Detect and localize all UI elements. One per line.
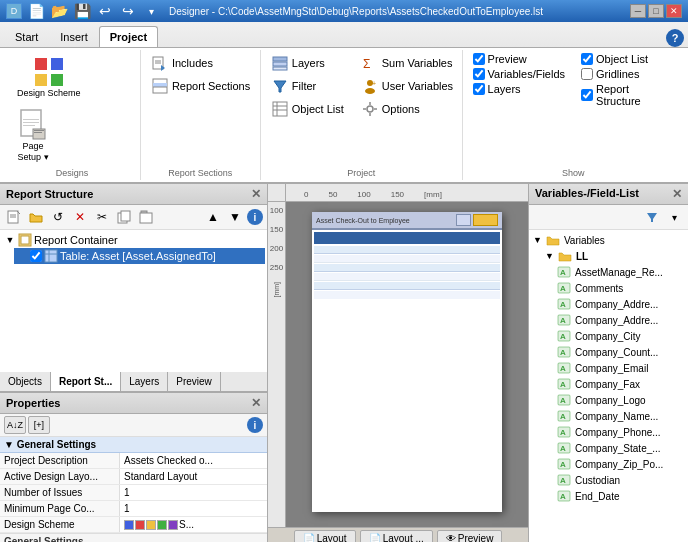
report-header-right bbox=[456, 214, 498, 226]
variables-check-label: Variables/Fields bbox=[488, 68, 565, 80]
variables-root-item[interactable]: ▼ Variables bbox=[531, 232, 686, 248]
rs-copy-btn[interactable] bbox=[114, 207, 134, 227]
tab-layers[interactable]: Layers bbox=[121, 372, 168, 391]
canvas-content[interactable]: Asset Check-Out to Employee bbox=[286, 202, 528, 527]
rs-cut-btn[interactable]: ✂ bbox=[92, 207, 112, 227]
tab-report-st[interactable]: Report St... bbox=[51, 372, 121, 391]
var-item-13[interactable]: A Custodian bbox=[555, 472, 686, 488]
rs-new-btn[interactable] bbox=[4, 207, 24, 227]
variables-toolbar: ▾ bbox=[529, 205, 688, 230]
rs-folder-btn[interactable] bbox=[26, 207, 46, 227]
undo-btn[interactable]: ↩ bbox=[95, 1, 115, 21]
var-item-8[interactable]: A Company_Logo bbox=[555, 392, 686, 408]
tree-expand-icon[interactable]: ▼ bbox=[4, 234, 16, 246]
user-variables-btn[interactable]: + User Variables bbox=[357, 75, 458, 97]
tab-objects[interactable]: Objects bbox=[0, 372, 51, 391]
dropdown-btn[interactable]: ▾ bbox=[141, 1, 161, 21]
ribbon-group-project: Layers Filter Object List bbox=[261, 50, 463, 180]
vars-filter-icon[interactable] bbox=[642, 207, 662, 227]
tree-item-table[interactable]: Table: Asset [Asset.AssignedTo] bbox=[14, 248, 265, 264]
layers-check-label: Layers bbox=[488, 83, 521, 95]
svg-text:A: A bbox=[560, 492, 566, 501]
rs-up-btn[interactable]: ▲ bbox=[203, 207, 223, 227]
object-list-btn[interactable]: Object List bbox=[267, 98, 349, 120]
ruler-top-row: 0 50 100 150 [mm] bbox=[268, 184, 528, 202]
var-item-2[interactable]: A Company_Addre... bbox=[555, 296, 686, 312]
min-page-value[interactable]: 1 bbox=[120, 501, 267, 516]
variables-list-close[interactable]: ✕ bbox=[672, 187, 682, 201]
active-design-value[interactable]: Standard Layout bbox=[120, 469, 267, 484]
variables-tree[interactable]: ▼ Variables ▼ LL A AssetManage_Re... bbox=[529, 230, 688, 542]
save-btn[interactable]: 💾 bbox=[72, 1, 92, 21]
redo-btn[interactable]: ↪ bbox=[118, 1, 138, 21]
var-item-4[interactable]: A Company_City bbox=[555, 328, 686, 344]
layout-tab-btn[interactable]: 📄 Layout bbox=[294, 530, 356, 542]
var-item-10[interactable]: A Company_Phone... bbox=[555, 424, 686, 440]
rs-down-btn[interactable]: ▼ bbox=[225, 207, 245, 227]
report-structure-check-label: Report Structure bbox=[596, 83, 674, 107]
var-item-11[interactable]: A Company_State_... bbox=[555, 440, 686, 456]
sum-variables-btn[interactable]: Σ Sum Variables bbox=[357, 52, 458, 74]
var-item-12[interactable]: A Company_Zip_Po... bbox=[555, 456, 686, 472]
number-of-issues-value[interactable]: 1 bbox=[120, 485, 267, 500]
layout-tab-label: Layout bbox=[317, 533, 347, 542]
page-setup-btn[interactable]: PageSetup ▾ bbox=[10, 105, 56, 167]
report-sections-btn[interactable]: Report Sections bbox=[147, 75, 254, 97]
object-list-checkbox[interactable] bbox=[581, 53, 593, 65]
var-item-1[interactable]: A Comments bbox=[555, 280, 686, 296]
var-item-7[interactable]: A Company_Fax bbox=[555, 376, 686, 392]
design-scheme-prop-value[interactable]: S... bbox=[120, 517, 267, 532]
preview-checkbox[interactable] bbox=[473, 53, 485, 65]
tab-project[interactable]: Project bbox=[99, 26, 158, 47]
var-label-1: Comments bbox=[575, 283, 623, 294]
tab-start[interactable]: Start bbox=[4, 26, 49, 47]
vars-dropdown-btn[interactable]: ▾ bbox=[664, 207, 684, 227]
var-item-6[interactable]: A Company_Email bbox=[555, 360, 686, 376]
options-btn[interactable]: Options bbox=[357, 98, 458, 120]
tab-insert[interactable]: Insert bbox=[49, 26, 99, 47]
gridlines-checkbox[interactable] bbox=[581, 68, 593, 80]
report-structure-close[interactable]: ✕ bbox=[251, 187, 261, 201]
ll-group-item[interactable]: ▼ LL bbox=[543, 248, 686, 264]
layers-checkbox[interactable] bbox=[473, 83, 485, 95]
rs-delete-btn[interactable]: ✕ bbox=[70, 207, 90, 227]
ruler-left-200: 200 bbox=[270, 244, 283, 253]
open-btn[interactable]: 📂 bbox=[49, 1, 69, 21]
new-btn[interactable]: 📄 bbox=[26, 1, 46, 21]
project-description-value[interactable]: Assets Checked o... bbox=[120, 453, 267, 468]
design-scheme-btn[interactable]: Design Scheme bbox=[10, 52, 88, 103]
help-button[interactable]: ? bbox=[666, 29, 684, 47]
props-alpha-btn[interactable]: [+] bbox=[28, 416, 50, 434]
rs-info-btn[interactable]: i bbox=[247, 209, 263, 225]
filter-btn[interactable]: Filter bbox=[267, 75, 349, 97]
var-item-3[interactable]: A Company_Addre... bbox=[555, 312, 686, 328]
rs-refresh-btn[interactable]: ↺ bbox=[48, 207, 68, 227]
var-item-0[interactable]: A AssetManage_Re... bbox=[555, 264, 686, 280]
var-label-6: Company_Email bbox=[575, 363, 648, 374]
close-btn[interactable]: ✕ bbox=[666, 4, 682, 18]
rs-paste-btn[interactable] bbox=[136, 207, 156, 227]
layers-btn[interactable]: Layers bbox=[267, 52, 349, 74]
variables-checkbox[interactable] bbox=[473, 68, 485, 80]
ruler-corner bbox=[268, 184, 286, 202]
layout2-tab-btn[interactable]: 📄 Layout ... bbox=[360, 530, 433, 542]
var-icon-6: A bbox=[557, 361, 571, 375]
quick-access: 📄 📂 💾 ↩ ↪ ▾ bbox=[26, 1, 161, 21]
var-item-14[interactable]: A End_Date bbox=[555, 488, 686, 504]
maximize-btn[interactable]: □ bbox=[648, 4, 664, 18]
report-structure-checkbox[interactable] bbox=[581, 89, 593, 101]
minimize-btn[interactable]: ─ bbox=[630, 4, 646, 18]
main-area: Report Structure ✕ ↺ ✕ ✂ ▲ ▼ i bbox=[0, 184, 688, 542]
properties-close[interactable]: ✕ bbox=[251, 396, 261, 410]
data-row-3 bbox=[314, 264, 500, 272]
props-sort-btn[interactable]: A↓Z bbox=[4, 416, 26, 434]
table-check[interactable] bbox=[30, 250, 42, 262]
tree-item-report-container[interactable]: ▼ Report Container bbox=[2, 232, 265, 248]
var-item-5[interactable]: A Company_Count... bbox=[555, 344, 686, 360]
tab-preview[interactable]: Preview bbox=[168, 372, 221, 391]
preview-tab-btn[interactable]: 👁 Preview bbox=[437, 530, 503, 542]
includes-btn[interactable]: Includes bbox=[147, 52, 254, 74]
props-info-btn[interactable]: i bbox=[247, 417, 263, 433]
svg-rect-10 bbox=[34, 132, 42, 133]
var-item-9[interactable]: A Company_Name... bbox=[555, 408, 686, 424]
